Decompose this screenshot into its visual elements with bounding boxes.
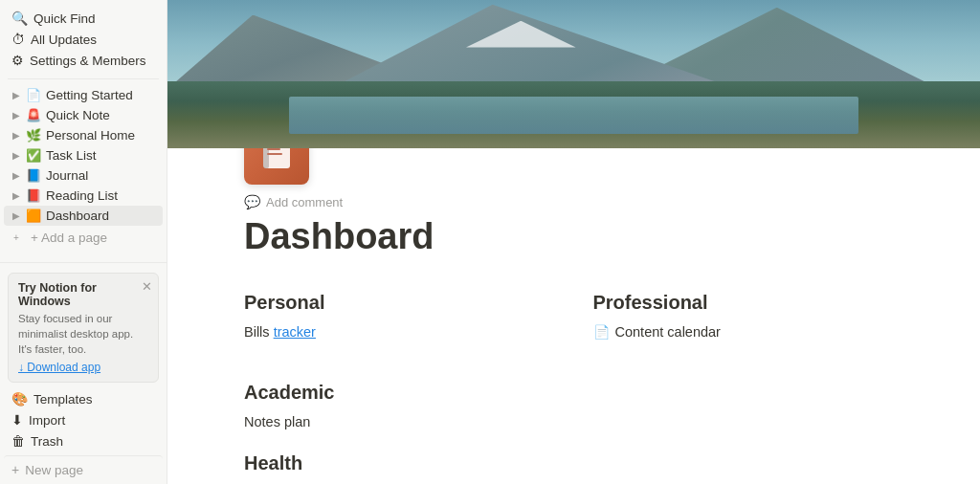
import-label: Import	[29, 413, 155, 428]
sidebar-bottom: ✕ Try Notion for Windows Stay focused in…	[0, 262, 167, 484]
health-section: Health 📄 Fitness tracker Habit tracker	[244, 452, 903, 484]
sidebar-item-quick-find[interactable]: 🔍 Quick Find	[4, 8, 163, 29]
sidebar-divider	[8, 78, 159, 79]
sidebar-item-dashboard[interactable]: ▶ 🟧 Dashboard	[4, 206, 163, 226]
add-page-item[interactable]: + + Add a page	[4, 228, 163, 248]
page-icon-task-list: ✅	[26, 148, 41, 163]
templates-label: Templates	[33, 392, 155, 407]
settings-label: Settings & Members	[30, 54, 155, 68]
content-calendar-label[interactable]: Content calendar	[615, 321, 721, 343]
svg-rect-3	[267, 148, 280, 150]
page-icon-getting-started: 📄	[26, 88, 41, 102]
professional-section: Professional 📄 Content calendar	[593, 284, 904, 363]
chevron-icon: ▶	[10, 150, 23, 161]
chevron-icon: ▶	[10, 170, 23, 181]
sidebar: 🔍 Quick Find ⏱ All Updates ⚙ Settings & …	[0, 0, 167, 484]
close-notification-button[interactable]: ✕	[142, 279, 152, 294]
notification-box: ✕ Try Notion for Windows Stay focused in…	[8, 273, 159, 383]
page-icon-reading-list: 📕	[26, 188, 41, 203]
download-app-link[interactable]: ↓ Download app	[18, 361, 148, 374]
sidebar-item-templates[interactable]: 🎨 Templates	[4, 388, 163, 409]
notification-title: Try Notion for Windows	[18, 281, 148, 308]
comment-icon: 💬	[244, 194, 260, 209]
page-label-task-list: Task List	[46, 148, 157, 163]
personal-title: Personal	[244, 292, 555, 314]
sidebar-pages: ▶ 📄 Getting Started ▶ 🚨 Quick Note ··· +…	[0, 83, 167, 262]
file-icon: 📄	[593, 321, 610, 342]
trash-label: Trash	[31, 434, 155, 449]
page-icon-personal-home: 🌿	[26, 128, 41, 143]
add-comment-label: Add comment	[266, 195, 343, 209]
academic-section: Academic Notes plan	[244, 382, 903, 433]
sidebar-item-journal[interactable]: ▶ 📘 Journal	[4, 165, 163, 186]
health-title: Health	[244, 452, 903, 474]
professional-title: Professional	[593, 292, 904, 314]
gear-icon: ⚙	[11, 53, 24, 68]
new-page-icon: +	[11, 462, 19, 477]
sidebar-item-quick-note[interactable]: ▶ 🚨 Quick Note ··· +	[4, 105, 163, 125]
plus-icon: +	[10, 232, 23, 243]
page-label-getting-started: Getting Started	[46, 88, 157, 102]
import-icon: ⬇	[11, 412, 23, 428]
sidebar-top: 🔍 Quick Find ⏱ All Updates ⚙ Settings & …	[0, 0, 167, 75]
personal-content: Bills tracker	[244, 321, 555, 343]
search-icon: 🔍	[11, 11, 28, 26]
templates-icon: 🎨	[11, 391, 28, 407]
sidebar-item-task-list[interactable]: ▶ ✅ Task List	[4, 145, 163, 165]
clock-icon: ⏱	[11, 32, 25, 47]
page-label-journal: Journal	[46, 168, 157, 183]
new-page-button[interactable]: + New page	[4, 455, 163, 480]
sidebar-item-import[interactable]: ⬇ Import	[4, 409, 163, 430]
chevron-icon: ▶	[10, 130, 23, 141]
sidebar-item-all-updates[interactable]: ⏱ All Updates	[4, 29, 163, 50]
page-label-personal-home: Personal Home	[46, 128, 157, 143]
academic-title: Academic	[244, 382, 903, 404]
svg-rect-4	[267, 153, 282, 155]
page-label-quick-note: Quick Note	[46, 108, 157, 122]
academic-content: Notes plan	[244, 411, 903, 433]
top-two-col: Personal Bills tracker Professional 📄 Co…	[244, 284, 903, 363]
quick-find-label: Quick Find	[33, 11, 155, 26]
add-comment-button[interactable]: 💬 Add comment	[244, 192, 903, 211]
page-icon-quick-note: 🚨	[26, 108, 41, 122]
water-reflection	[289, 97, 858, 134]
add-page-label: + Add a page	[31, 231, 157, 245]
professional-content: 📄 Content calendar	[593, 321, 904, 343]
notes-plan-label: Notes plan	[244, 414, 310, 429]
page-title: Dashboard	[244, 217, 903, 257]
sidebar-item-getting-started[interactable]: ▶ 📄 Getting Started	[4, 85, 163, 105]
page-icon-dashboard: 🟧	[26, 209, 41, 223]
page-content: 💬 Add comment Dashboard Personal Bills t…	[167, 120, 980, 484]
trash-icon: 🗑	[11, 433, 25, 449]
all-updates-label: All Updates	[31, 33, 155, 47]
sidebar-item-reading-list[interactable]: ▶ 📕 Reading List	[4, 186, 163, 206]
personal-section: Personal Bills tracker	[244, 284, 555, 363]
main-content: 💬 Add comment Dashboard Personal Bills t…	[167, 0, 980, 484]
hero-image	[167, 0, 980, 148]
page-label-reading-list: Reading List	[46, 188, 157, 203]
chevron-icon: ▶	[10, 90, 23, 100]
bills-text: Bills	[244, 324, 274, 340]
sidebar-item-settings[interactable]: ⚙ Settings & Members	[4, 50, 163, 71]
page-icon-journal: 📘	[26, 168, 41, 183]
page-label-dashboard: Dashboard	[46, 209, 157, 223]
new-page-label: New page	[25, 463, 155, 477]
notification-desc: Stay focused in our minimalist desktop a…	[18, 311, 148, 357]
sidebar-item-personal-home[interactable]: ▶ 🌿 Personal Home	[4, 125, 163, 145]
chevron-icon: ▶	[10, 190, 23, 201]
chevron-icon: ▶	[10, 210, 23, 221]
bills-tracker-link[interactable]: tracker	[274, 324, 316, 340]
content-calendar-link-row: 📄 Content calendar	[593, 321, 904, 343]
chevron-icon: ▶	[10, 110, 23, 121]
sidebar-item-trash[interactable]: 🗑 Trash	[4, 430, 163, 451]
